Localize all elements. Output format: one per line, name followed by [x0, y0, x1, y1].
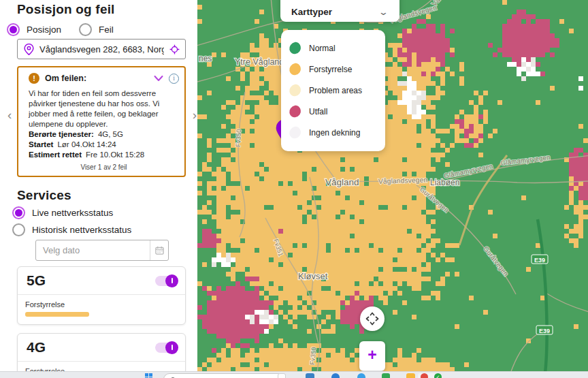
taskbar-app-icon[interactable] [382, 373, 390, 378]
affected-services-value: 4G, 5G [98, 130, 123, 138]
page-title: Posisjon og feil [17, 2, 197, 16]
legend-label: Ingen dekning [309, 128, 360, 138]
service-name: 4G [27, 339, 46, 356]
warning-icon: ! [29, 73, 39, 84]
pan-arrows-icon [365, 311, 380, 326]
plus-icon: + [368, 348, 376, 362]
legend-label: Problem areas [309, 86, 362, 95]
sidebar: Posisjon og feil PosisjonFeil Våglandsve… [0, 0, 197, 371]
radio-selected-icon[interactable] [12, 206, 25, 219]
calendar-icon[interactable] [150, 240, 168, 260]
location-pin-icon [24, 44, 34, 55]
legend-item: Utfall [289, 101, 378, 122]
service-radio-option[interactable]: Historisk nettverksstatus [12, 223, 197, 236]
address-input[interactable]: Våglandsvegen 282, 6683, Norge [17, 39, 186, 59]
status-bar [25, 312, 89, 317]
pan-control[interactable] [360, 306, 385, 331]
legend-label: Utfall [309, 107, 327, 116]
legend-label: Forstyrrelse [309, 65, 352, 74]
address-value: Våglandsvegen 282, 6683, Norge [39, 44, 164, 54]
zoom-in-button[interactable]: + [359, 341, 385, 371]
windows-taskbar[interactable]: ✓ [0, 371, 588, 378]
radio-label: Historisk nettverksstatus [32, 225, 131, 235]
mode-radio-option[interactable]: Feil [79, 23, 114, 36]
network-status-app: nesYtre VåglandVåglandLiabøenKløvsetVågl… [0, 0, 588, 378]
legend-item: Problem areas [289, 80, 378, 101]
map-type-label: Karttyper [291, 7, 380, 17]
map-type-dropdown[interactable]: Karttyper ⌄ [280, 0, 399, 22]
map-place-label: Ytre Vågland [235, 57, 284, 67]
started-value: Lør 04.Okt 14:24 [57, 140, 116, 148]
mode-radio-group: PosisjonFeil [7, 23, 197, 36]
map-place-label: Vågland [325, 177, 359, 187]
map-place-label: nes [199, 54, 212, 63]
map-place-label: Kløvset [298, 271, 328, 281]
previous-fault-button[interactable]: ‹ [7, 108, 12, 121]
taskbar-app-icon[interactable] [357, 373, 365, 378]
mode-radio-option[interactable]: Posisjon [7, 23, 61, 36]
coverage-map[interactable]: nesYtre VåglandVåglandLiabøenKløvsetVågl… [197, 0, 588, 378]
svg-text:E39: E39 [534, 257, 545, 264]
road-badge-e39: E39 [536, 326, 553, 334]
file-explorer-icon[interactable] [406, 373, 415, 378]
alert-body-text: Vi har for tiden en feil som dessverre p… [29, 89, 179, 129]
fault-carousel: ‹ ! Om feilen: i Vi har for tiden en fei… [0, 66, 197, 177]
next-fault-button[interactable]: › [193, 108, 197, 121]
map-road-label: Fv350 [234, 129, 242, 147]
service-name: 5G [27, 272, 46, 289]
coverage-map-canvas[interactable]: nesYtre VåglandVåglandLiabøenKløvsetVågl… [197, 0, 588, 378]
map-legend: NormalForstyrrelseProblem areasUtfallIng… [281, 30, 385, 151]
started-label: Startet [29, 140, 53, 148]
locate-crosshair-icon[interactable] [169, 44, 180, 54]
info-icon[interactable]: i [169, 74, 179, 84]
legend-item: Normal [289, 37, 378, 59]
affected-services-label: Berørte tjenester: [29, 130, 94, 138]
date-picker-input[interactable]: Velg dato [35, 240, 169, 261]
service-mode-radio-group: Live nettverksstatusHistorisk nettverkss… [12, 206, 197, 236]
services-heading: Services [17, 188, 197, 202]
service-toggle[interactable] [155, 343, 176, 353]
legend-item: Forstyrrelse [289, 59, 378, 80]
edge-browser-icon[interactable] [331, 373, 340, 378]
legend-color-blob [288, 62, 301, 76]
radio-label: Posisjon [27, 25, 61, 35]
service-status-label: Forstyrrelse [25, 300, 176, 309]
radio-selected-icon[interactable] [7, 23, 20, 36]
legend-color-blob [288, 41, 301, 54]
radio-unselected-icon[interactable] [12, 223, 25, 236]
date-placeholder: Velg dato [36, 240, 150, 260]
map-road-label: Fv350 [308, 347, 317, 365]
legend-color-blob [288, 83, 301, 97]
road-badge-e39: E39 [532, 255, 548, 264]
alert-title: Om feilen: [45, 74, 86, 83]
toggle-knob [165, 341, 178, 354]
fault-pagination: Viser 1 av 2 feil [29, 163, 179, 171]
fault-alert: ! Om feilen: i Vi har for tiden en feil … [17, 66, 186, 177]
legend-item: Ingen dekning [289, 122, 378, 143]
radio-label: Feil [99, 25, 114, 35]
taskbar-shield-check-icon[interactable]: ✓ [434, 373, 442, 378]
chevron-down-icon: ⌄ [378, 7, 389, 17]
collapse-chevron-icon[interactable] [154, 75, 163, 82]
map-road-label: Våglandsvegen [378, 175, 428, 185]
service-toggle[interactable] [155, 276, 176, 286]
legend-color-blob [288, 104, 301, 118]
start-button-icon[interactable] [145, 373, 152, 378]
taskbar-app-icon[interactable] [306, 373, 314, 378]
taskbar-search-input[interactable] [163, 373, 284, 378]
toggle-knob [165, 274, 178, 287]
taskbar-app-icon[interactable] [421, 373, 428, 378]
service-card-5g: 5GForstyrrelse [17, 266, 186, 325]
legend-label: Normal [309, 44, 336, 53]
taskbar-app-icon[interactable] [278, 373, 286, 378]
radio-unselected-icon[interactable] [79, 23, 92, 36]
radio-label: Live nettverksstatus [32, 208, 113, 218]
legend-color-blob [288, 125, 301, 139]
service-cards: 5GForstyrrelse4GForstyrrelse [0, 266, 197, 378]
estimated-fix-value: Fre 10.Okt 15:28 [86, 151, 144, 159]
estimated-fix-label: Estimert rettet [29, 151, 82, 159]
service-radio-option[interactable]: Live nettverksstatus [12, 206, 197, 219]
svg-text:E39: E39 [539, 328, 550, 334]
